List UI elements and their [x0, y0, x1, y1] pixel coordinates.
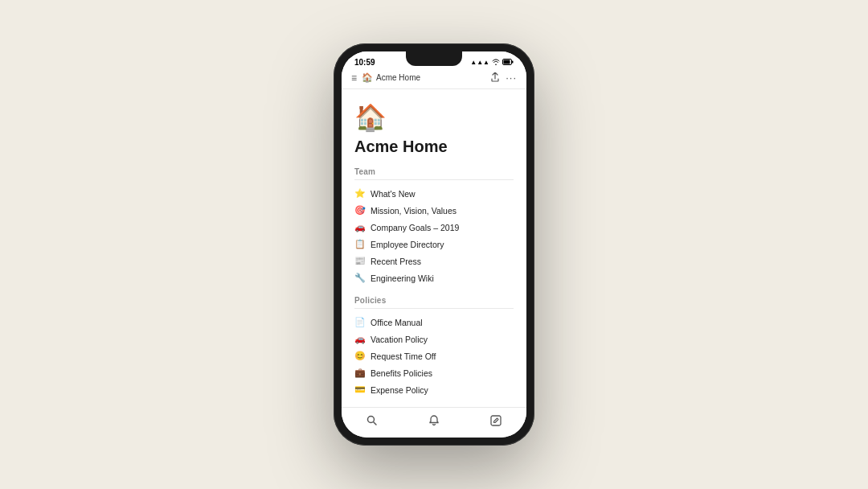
phone-screen: 10:59 ▲▲▲ — [342, 51, 526, 438]
list-item[interactable]: 🚗 Company Goals – 2019 — [354, 219, 514, 236]
mission-icon: 🎯 — [354, 205, 366, 216]
employee-dir-icon: 📋 — [354, 239, 366, 249]
status-time: 10:59 — [354, 58, 375, 67]
expense-policy-label: Expense Policy — [371, 385, 428, 395]
company-goals-icon: 🚗 — [354, 222, 366, 232]
office-manual-label: Office Manual — [371, 318, 423, 327]
svg-rect-4 — [491, 416, 501, 425]
policies-section-label: Policies — [354, 296, 514, 305]
whats-new-label: What's New — [371, 189, 416, 199]
hamburger-icon[interactable]: ≡ — [351, 72, 357, 84]
more-icon[interactable]: ··· — [506, 72, 517, 84]
list-item[interactable]: 🔧 Engineering Wiki — [354, 269, 514, 286]
bell-tab-icon[interactable] — [428, 414, 440, 429]
company-goals-label: Company Goals – 2019 — [371, 223, 459, 232]
request-time-off-icon: 😊 — [354, 351, 366, 361]
team-section-divider — [354, 179, 514, 180]
share-icon[interactable] — [491, 72, 499, 84]
benefits-icon: 💼 — [354, 368, 366, 378]
phone-frame: 10:59 ▲▲▲ — [334, 43, 534, 446]
list-item[interactable]: 💼 Benefits Policies — [354, 364, 514, 381]
request-time-off-label: Request Time Off — [371, 351, 436, 361]
list-item[interactable]: 🚗 Vacation Policy — [354, 331, 514, 347]
home-indicator — [410, 440, 458, 442]
recent-press-icon: 📰 — [354, 256, 366, 266]
nav-page-emoji: 🏠 — [362, 72, 373, 83]
nav-left: ≡ 🏠 Acme Home — [351, 72, 420, 84]
signal-icon: ▲▲▲ — [470, 59, 489, 66]
benefits-label: Benefits Policies — [371, 368, 432, 378]
nav-right: ··· — [491, 72, 517, 84]
page-icon-emoji: 🏠 — [354, 102, 514, 133]
wifi-icon — [492, 59, 500, 67]
policies-section-divider — [354, 308, 514, 309]
recent-press-label: Recent Press — [371, 257, 421, 266]
list-item[interactable]: 📋 Employee Directory — [354, 236, 514, 253]
mission-label: Mission, Vision, Values — [371, 206, 457, 216]
status-icons: ▲▲▲ — [470, 59, 514, 67]
battery-icon — [502, 59, 514, 67]
list-item[interactable]: ⭐ What's New — [354, 185, 514, 202]
engineering-wiki-icon: 🔧 — [354, 273, 366, 283]
vacation-policy-icon: 🚗 — [354, 334, 366, 344]
tab-bar — [342, 407, 526, 438]
policies-section: Policies 📄 Office Manual 🚗 Vacation Poli… — [354, 296, 514, 398]
list-item[interactable]: 😊 Request Time Off — [354, 347, 514, 364]
notch — [406, 51, 462, 66]
expense-policy-icon: 💳 — [354, 384, 366, 395]
svg-point-3 — [368, 417, 375, 423]
svg-rect-1 — [504, 60, 510, 64]
page-title: Acme Home — [354, 138, 514, 156]
nav-title-area: 🏠 Acme Home — [362, 72, 420, 83]
office-manual-icon: 📄 — [354, 317, 366, 327]
compose-tab-icon[interactable] — [489, 414, 502, 429]
employee-dir-label: Employee Directory — [371, 240, 444, 249]
list-item[interactable]: 🎯 Mission, Vision, Values — [354, 202, 514, 219]
list-item[interactable]: 📄 Office Manual — [354, 314, 514, 331]
svg-rect-2 — [512, 60, 514, 63]
engineering-wiki-label: Engineering Wiki — [371, 273, 434, 283]
whats-new-icon: ⭐ — [354, 188, 366, 199]
list-item[interactable]: 💳 Expense Policy — [354, 381, 514, 398]
nav-bar: ≡ 🏠 Acme Home ··· — [342, 68, 526, 89]
nav-page-title: Acme Home — [376, 73, 420, 82]
search-tab-icon[interactable] — [366, 414, 379, 429]
page-content: 🏠 Acme Home Team ⭐ What's New 🎯 Mission,… — [342, 89, 526, 407]
list-item[interactable]: 📰 Recent Press — [354, 253, 514, 269]
team-section: Team ⭐ What's New 🎯 Mission, Vision, Val… — [354, 167, 514, 286]
team-section-label: Team — [354, 167, 514, 176]
vacation-policy-label: Vacation Policy — [371, 335, 428, 344]
